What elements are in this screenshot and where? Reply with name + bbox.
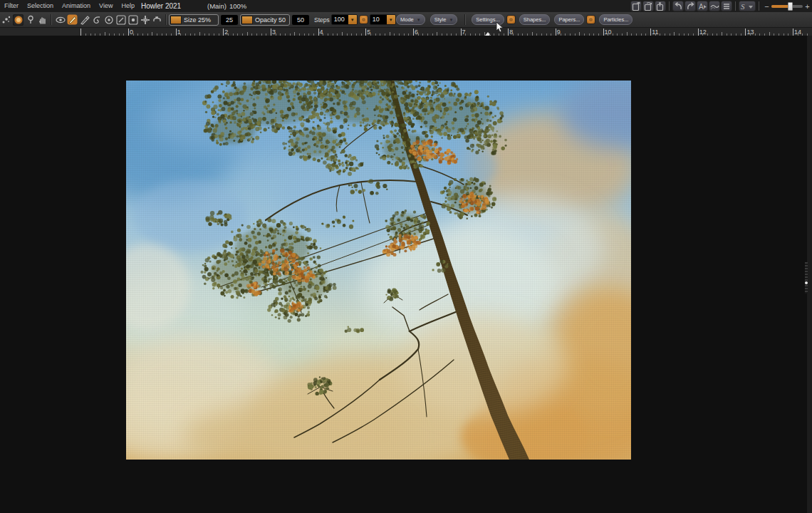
separator: [733, 1, 738, 11]
separator: [163, 14, 169, 25]
zoom-in-icon[interactable]: +: [804, 2, 811, 11]
store-image-icon[interactable]: [630, 1, 642, 11]
smear-icon[interactable]: [91, 14, 102, 26]
separator: [756, 1, 761, 11]
zoom-slider-handle[interactable]: [788, 2, 793, 11]
dropper-icon[interactable]: [25, 14, 36, 26]
howler-app: Filter Selection Animation View Help How…: [0, 0, 812, 513]
shapes-button[interactable]: Shapes...: [519, 14, 551, 25]
zoom-slider-track[interactable]: [771, 5, 803, 8]
menu-bar: Filter Selection Animation View Help How…: [0, 0, 812, 12]
list-icon[interactable]: [721, 1, 732, 11]
dot-square-icon[interactable]: [127, 14, 138, 26]
menu-view[interactable]: View: [95, 0, 117, 12]
paper-texture-icon[interactable]: [586, 15, 595, 24]
brush-tip-dropdown[interactable]: 10 ▼: [370, 14, 396, 25]
chevron-down-icon[interactable]: ▼: [387, 14, 395, 25]
pan-hand-icon[interactable]: [37, 14, 48, 26]
opacity-field[interactable]: Opacity 50: [240, 14, 290, 26]
opacity-swatch: [241, 16, 253, 24]
fetch-image-icon[interactable]: [655, 1, 666, 11]
separator: [667, 1, 672, 11]
menu-filter[interactable]: Filter: [0, 0, 23, 12]
panel-grip-handle[interactable]: [805, 262, 808, 294]
steps-label: Steps: [314, 16, 330, 24]
particles-button[interactable]: Particles...: [599, 14, 633, 25]
menu-animation[interactable]: Animation: [58, 0, 95, 12]
undo-icon[interactable]: [672, 1, 684, 11]
svg-text:A: A: [699, 3, 704, 11]
faucet-icon[interactable]: [152, 14, 162, 26]
mode-button[interactable]: Mode▼: [396, 14, 425, 25]
app-title: Howler 2021: [141, 0, 181, 12]
scripts-icon[interactable]: S: [739, 1, 756, 11]
edit-pencil-icon[interactable]: [115, 14, 126, 26]
doc-label: (Main): [207, 0, 227, 12]
painting-canvas[interactable]: [126, 81, 631, 460]
size-swatch: [170, 16, 182, 24]
ruler: 01234567891011121314: [0, 27, 812, 36]
papers-button[interactable]: Papers...: [554, 14, 584, 25]
crosshair-icon[interactable]: [140, 14, 150, 26]
text-tool-icon[interactable]: A: [697, 1, 708, 11]
style-button[interactable]: Style▼: [430, 14, 458, 25]
separator: [48, 14, 54, 25]
right-panel-strip: [807, 36, 812, 513]
warp-icon[interactable]: [709, 1, 720, 11]
steps-dropdown[interactable]: 100 ▼: [331, 14, 358, 25]
swap-image-icon[interactable]: [642, 1, 654, 11]
svg-text:S: S: [741, 2, 745, 11]
brush-tip-icon[interactable]: [359, 15, 368, 24]
clone-icon[interactable]: [103, 14, 114, 26]
mouse-cursor: [496, 21, 504, 36]
chevron-down-icon[interactable]: ▼: [348, 14, 357, 25]
size-value[interactable]: 25: [221, 15, 238, 25]
redo-icon[interactable]: [685, 1, 696, 11]
zoom-out-icon[interactable]: −: [764, 2, 770, 11]
pencil-icon[interactable]: [79, 14, 90, 26]
zoom-level: 100%: [229, 0, 246, 12]
airbrush-icon[interactable]: [13, 14, 24, 26]
brush-settings-icon[interactable]: [506, 15, 516, 24]
eye-icon[interactable]: [55, 14, 66, 26]
toolbar: Size 25% 25 Opacity 50 50 Steps 100 ▼ 10…: [0, 12, 812, 27]
particle-brush-icon[interactable]: [1, 14, 11, 26]
pencil-active-icon[interactable]: [67, 14, 78, 26]
menu-selection[interactable]: Selection: [23, 0, 58, 12]
opacity-value[interactable]: 50: [292, 15, 309, 25]
zoom-slider[interactable]: − +: [764, 2, 811, 11]
separator: [462, 14, 468, 25]
menu-help[interactable]: Help: [117, 0, 139, 12]
size-field[interactable]: Size 25%: [169, 14, 219, 26]
